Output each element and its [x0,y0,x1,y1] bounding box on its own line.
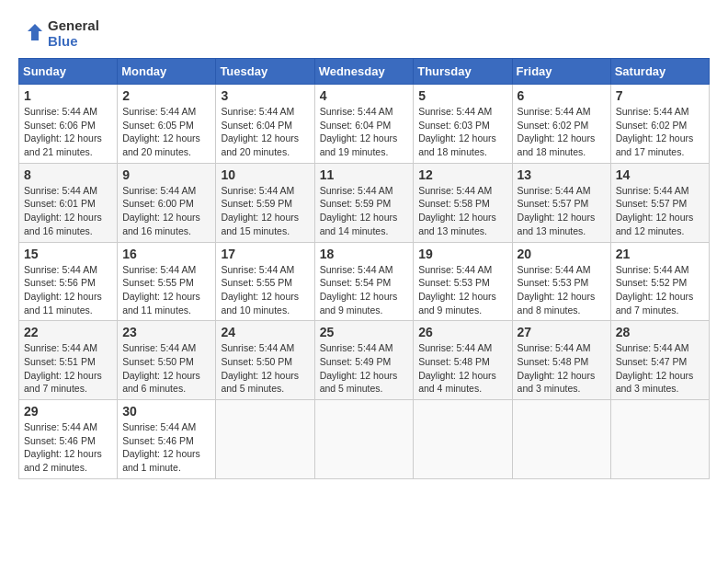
day-number: 25 [320,325,409,339]
day-cell-30: 30 Sunrise: 5:44 AM Sunset: 5:46 PM Dayl… [118,400,216,479]
day-number: 20 [518,247,606,261]
day-cell-1: 1 Sunrise: 5:44 AM Sunset: 6:06 PM Dayli… [19,85,118,164]
day-number: 18 [320,247,409,261]
logo: General Blue [18,18,99,49]
day-cell-19: 19 Sunrise: 5:44 AM Sunset: 5:53 PM Dayl… [414,242,512,321]
day-cell-21: 21 Sunrise: 5:44 AM Sunset: 5:52 PM Dayl… [610,242,709,321]
calendar-row-1: 1 Sunrise: 5:44 AM Sunset: 6:06 PM Dayli… [19,85,710,164]
day-number: 13 [518,167,606,182]
logo-svg [18,20,46,48]
calendar-row-4: 22 Sunrise: 5:44 AM Sunset: 5:51 PM Dayl… [19,321,710,400]
day-info: Sunrise: 5:44 AM Sunset: 5:56 PM Dayligh… [24,263,112,317]
day-number: 27 [518,325,606,339]
logo-general: General [48,18,99,34]
day-info: Sunrise: 5:44 AM Sunset: 5:57 PM Dayligh… [518,184,606,238]
day-info: Sunrise: 5:44 AM Sunset: 5:53 PM Dayligh… [418,263,506,317]
day-info: Sunrise: 5:44 AM Sunset: 5:50 PM Dayligh… [122,341,210,396]
day-number: 2 [122,88,210,103]
day-cell-20: 20 Sunrise: 5:44 AM Sunset: 5:53 PM Dayl… [512,242,610,321]
day-info: Sunrise: 5:44 AM Sunset: 6:06 PM Dayligh… [24,105,112,159]
day-info: Sunrise: 5:44 AM Sunset: 5:51 PM Dayligh… [24,341,112,396]
calendar-row-5: 29 Sunrise: 5:44 AM Sunset: 5:46 PM Dayl… [19,400,710,479]
day-info: Sunrise: 5:44 AM Sunset: 5:59 PM Dayligh… [320,184,409,238]
day-cell-4: 4 Sunrise: 5:44 AM Sunset: 6:04 PM Dayli… [314,85,414,164]
calendar-row-2: 8 Sunrise: 5:44 AM Sunset: 6:01 PM Dayli… [19,163,710,242]
day-cell-17: 17 Sunrise: 5:44 AM Sunset: 5:55 PM Dayl… [216,242,314,321]
empty-cell [216,400,314,479]
day-cell-28: 28 Sunrise: 5:44 AM Sunset: 5:47 PM Dayl… [610,321,709,400]
weekday-header-row: Sunday Monday Tuesday Wednesday Thursday… [19,59,710,85]
day-cell-9: 9 Sunrise: 5:44 AM Sunset: 6:00 PM Dayli… [118,163,216,242]
day-number: 1 [24,88,112,103]
header-sunday: Sunday [19,59,118,85]
day-cell-15: 15 Sunrise: 5:44 AM Sunset: 5:56 PM Dayl… [19,242,118,321]
day-info: Sunrise: 5:44 AM Sunset: 5:53 PM Dayligh… [518,263,606,317]
page-header: General Blue [18,18,710,49]
day-cell-10: 10 Sunrise: 5:44 AM Sunset: 5:59 PM Dayl… [216,163,314,242]
day-info: Sunrise: 5:44 AM Sunset: 5:55 PM Dayligh… [221,263,309,317]
day-cell-18: 18 Sunrise: 5:44 AM Sunset: 5:54 PM Dayl… [314,242,414,321]
day-cell-7: 7 Sunrise: 5:44 AM Sunset: 6:02 PM Dayli… [610,85,709,164]
day-number: 6 [518,88,606,103]
day-cell-26: 26 Sunrise: 5:44 AM Sunset: 5:48 PM Dayl… [414,321,512,400]
day-number: 22 [24,325,112,339]
day-info: Sunrise: 5:44 AM Sunset: 6:00 PM Dayligh… [122,184,210,238]
logo-blue: Blue [48,34,99,50]
day-number: 3 [221,88,309,103]
day-info: Sunrise: 5:44 AM Sunset: 5:54 PM Dayligh… [320,263,409,317]
day-info: Sunrise: 5:44 AM Sunset: 5:55 PM Dayligh… [122,263,210,317]
empty-cell [414,400,512,479]
header-wednesday: Wednesday [314,59,414,85]
day-cell-13: 13 Sunrise: 5:44 AM Sunset: 5:57 PM Dayl… [512,163,610,242]
day-info: Sunrise: 5:44 AM Sunset: 5:46 PM Dayligh… [24,420,112,475]
day-cell-16: 16 Sunrise: 5:44 AM Sunset: 5:55 PM Dayl… [118,242,216,321]
day-cell-22: 22 Sunrise: 5:44 AM Sunset: 5:51 PM Dayl… [19,321,118,400]
day-number: 17 [221,247,309,261]
day-number: 29 [24,404,112,419]
header-saturday: Saturday [610,59,709,85]
day-info: Sunrise: 5:44 AM Sunset: 5:50 PM Dayligh… [221,341,309,396]
day-number: 10 [221,167,309,182]
day-cell-5: 5 Sunrise: 5:44 AM Sunset: 6:03 PM Dayli… [414,85,512,164]
day-number: 5 [418,88,506,103]
day-number: 30 [122,404,210,419]
day-number: 26 [418,325,506,339]
day-info: Sunrise: 5:44 AM Sunset: 5:52 PM Dayligh… [616,263,704,317]
day-number: 8 [24,167,112,182]
day-info: Sunrise: 5:44 AM Sunset: 5:58 PM Dayligh… [418,184,506,238]
day-info: Sunrise: 5:44 AM Sunset: 6:01 PM Dayligh… [24,184,112,238]
day-cell-24: 24 Sunrise: 5:44 AM Sunset: 5:50 PM Dayl… [216,321,314,400]
day-info: Sunrise: 5:44 AM Sunset: 5:48 PM Dayligh… [418,341,506,396]
empty-cell [512,400,610,479]
day-number: 7 [616,88,704,103]
day-cell-12: 12 Sunrise: 5:44 AM Sunset: 5:58 PM Dayl… [414,163,512,242]
calendar-table: Sunday Monday Tuesday Wednesday Thursday… [18,58,710,479]
header-thursday: Thursday [414,59,512,85]
day-number: 16 [122,247,210,261]
empty-cell [314,400,414,479]
day-info: Sunrise: 5:44 AM Sunset: 6:02 PM Dayligh… [518,105,606,159]
svg-marker-0 [28,24,42,40]
day-cell-8: 8 Sunrise: 5:44 AM Sunset: 6:01 PM Dayli… [19,163,118,242]
day-number: 23 [122,325,210,339]
day-info: Sunrise: 5:44 AM Sunset: 5:49 PM Dayligh… [320,341,409,396]
day-cell-23: 23 Sunrise: 5:44 AM Sunset: 5:50 PM Dayl… [118,321,216,400]
calendar-row-3: 15 Sunrise: 5:44 AM Sunset: 5:56 PM Dayl… [19,242,710,321]
day-info: Sunrise: 5:44 AM Sunset: 6:04 PM Dayligh… [221,105,309,159]
day-cell-2: 2 Sunrise: 5:44 AM Sunset: 6:05 PM Dayli… [118,85,216,164]
day-number: 19 [418,247,506,261]
day-number: 4 [320,88,409,103]
day-info: Sunrise: 5:44 AM Sunset: 5:57 PM Dayligh… [616,184,704,238]
day-cell-11: 11 Sunrise: 5:44 AM Sunset: 5:59 PM Dayl… [314,163,414,242]
day-number: 9 [122,167,210,182]
day-info: Sunrise: 5:44 AM Sunset: 5:47 PM Dayligh… [616,341,704,396]
day-cell-25: 25 Sunrise: 5:44 AM Sunset: 5:49 PM Dayl… [314,321,414,400]
day-info: Sunrise: 5:44 AM Sunset: 6:04 PM Dayligh… [320,105,409,159]
day-cell-29: 29 Sunrise: 5:44 AM Sunset: 5:46 PM Dayl… [19,400,118,479]
day-cell-6: 6 Sunrise: 5:44 AM Sunset: 6:02 PM Dayli… [512,85,610,164]
header-friday: Friday [512,59,610,85]
day-info: Sunrise: 5:44 AM Sunset: 5:59 PM Dayligh… [221,184,309,238]
day-number: 28 [616,325,704,339]
header-monday: Monday [118,59,216,85]
day-info: Sunrise: 5:44 AM Sunset: 5:46 PM Dayligh… [122,420,210,475]
